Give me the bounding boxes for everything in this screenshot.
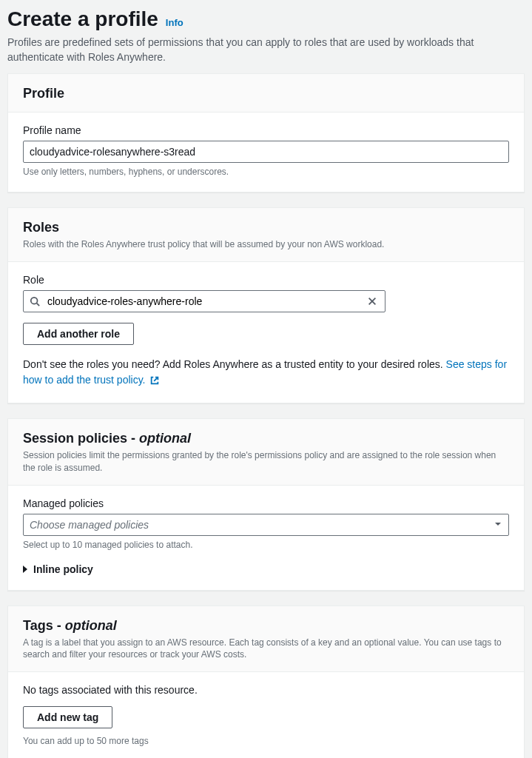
inline-policy-toggle[interactable]: Inline policy — [23, 563, 509, 575]
role-label: Role — [23, 274, 509, 286]
svg-point-0 — [31, 298, 38, 304]
chevron-down-icon — [494, 519, 502, 531]
close-icon — [367, 296, 377, 306]
roles-panel-sub: Roles with the Roles Anywhere trust poli… — [23, 238, 509, 251]
search-icon — [24, 296, 44, 306]
add-another-role-button[interactable]: Add another role — [23, 323, 134, 345]
inline-policy-label: Inline policy — [33, 563, 93, 575]
tags-panel-title: Tags - optional — [23, 618, 509, 634]
profile-name-helper: Use only letters, numbers, hyphens, or u… — [23, 167, 509, 177]
managed-policies-select[interactable]: Choose managed policies — [23, 514, 509, 536]
role-search-input[interactable] — [44, 291, 360, 312]
tags-limit-text: You can add up to 50 more tags — [23, 736, 509, 746]
session-policies-sub: Session policies limit the permissions g… — [23, 449, 509, 474]
caret-right-icon — [23, 566, 27, 573]
page-title: Create a profile — [7, 7, 158, 31]
managed-policies-helper: Select up to 10 managed policies to atta… — [23, 540, 509, 550]
session-policies-header: Session policies - optional Session poli… — [8, 419, 524, 486]
session-policies-panel: Session policies - optional Session poli… — [7, 418, 525, 591]
roles-note-text: Don't see the roles you need? Add Roles … — [23, 358, 446, 370]
roles-panel-title: Roles — [23, 220, 509, 235]
add-new-tag-button[interactable]: Add new tag — [23, 706, 112, 728]
roles-panel: Roles Roles with the Roles Anywhere trus… — [7, 207, 525, 403]
role-search-field[interactable] — [23, 290, 385, 312]
tags-panel-sub: A tag is a label that you assign to an A… — [23, 637, 509, 662]
svg-line-1 — [37, 303, 40, 306]
page-description: Profiles are predefined sets of permissi… — [7, 36, 525, 64]
session-policies-title: Session policies - optional — [23, 431, 509, 446]
managed-policies-label: Managed policies — [23, 497, 509, 509]
profile-panel: Profile Profile name Use only letters, n… — [7, 73, 525, 192]
clear-role-button[interactable] — [360, 296, 385, 306]
tags-panel-header: Tags - optional A tag is a label that yo… — [8, 606, 524, 673]
tags-empty-text: No tags associated with this resource. — [23, 684, 509, 696]
profile-panel-title: Profile — [23, 86, 509, 101]
external-link-icon — [149, 375, 160, 386]
profile-name-input[interactable] — [23, 141, 509, 163]
roles-note: Don't see the roles you need? Add Roles … — [23, 357, 509, 388]
info-link[interactable]: Info — [166, 17, 183, 28]
page-header: Create a profile Info Profiles are prede… — [7, 7, 525, 73]
managed-policies-placeholder: Choose managed policies — [30, 519, 494, 531]
profile-name-label: Profile name — [23, 124, 509, 136]
profile-panel-header: Profile — [8, 74, 524, 113]
roles-panel-header: Roles Roles with the Roles Anywhere trus… — [8, 208, 524, 262]
tags-panel: Tags - optional A tag is a label that yo… — [7, 606, 525, 758]
